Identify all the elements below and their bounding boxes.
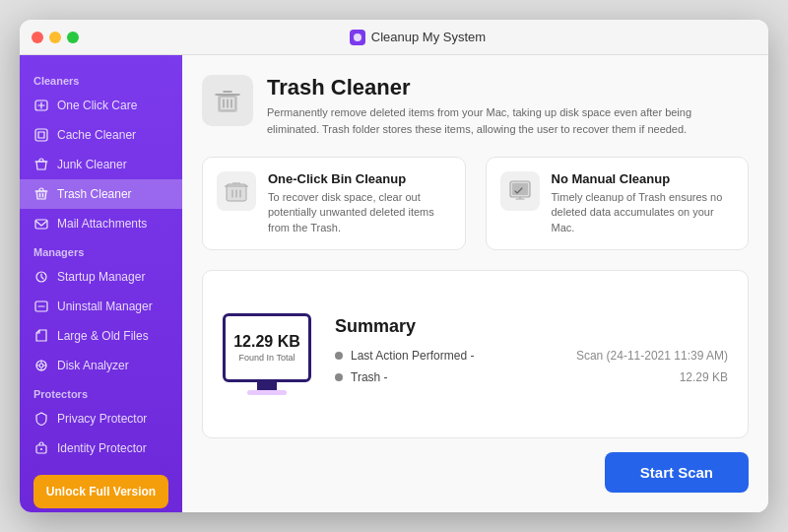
sidebar-item-cache-cleaner[interactable]: Cache Cleaner <box>20 120 182 150</box>
sidebar-item-label: Uninstall Manager <box>57 299 153 313</box>
feature-card-text: No Manual Cleanup Timely cleanup of Tras… <box>552 171 735 235</box>
summary-heading: Summary <box>335 316 728 337</box>
stat-value: 12.29 KB <box>233 333 300 351</box>
sidebar-item-label: One Click Care <box>57 99 137 112</box>
feature-desc: To recover disk space, clear out potenti… <box>268 190 451 235</box>
feature-title: No Manual Cleanup <box>552 171 735 186</box>
summary-row-0: Last Action Performed - Scan (24-11-2021… <box>335 349 728 363</box>
start-scan-button[interactable]: Start Scan <box>605 452 749 493</box>
summary-dot <box>335 373 343 381</box>
app-title-text: Cleanup My System <box>371 30 486 44</box>
sidebar-item-trash-cleaner[interactable]: Trash Cleaner <box>20 179 182 209</box>
sidebar-item-privacy-protector[interactable]: Privacy Protector <box>20 404 182 433</box>
feature-card-one-click: One-Click Bin Cleanup To recover disk sp… <box>202 157 466 250</box>
feature-desc: Timely cleanup of Trash ensures no delet… <box>552 190 735 235</box>
svg-rect-14 <box>512 183 528 195</box>
page-header-text: Trash Cleaner Permanently remove deleted… <box>267 75 740 137</box>
titlebar: Cleanup My System <box>20 20 768 55</box>
monitor-stand <box>257 382 277 390</box>
unlock-button[interactable]: Unlock Full Version <box>33 475 168 508</box>
sidebar-item-label: Startup Manager <box>57 270 145 284</box>
main-layout: Cleaners One Click Care Cache Cleaner <box>20 55 768 512</box>
summary-row-value: Scan (24-11-2021 11:39 AM) <box>576 349 728 363</box>
svg-point-9 <box>40 448 42 450</box>
sidebar-item-identity-protector[interactable]: Identity Protector <box>20 433 182 463</box>
sidebar-item-label: Cache Cleaner <box>57 128 136 142</box>
app-window: Cleanup My System Cleaners One Click Car… <box>20 20 768 512</box>
sidebar-item-label: Disk Analyzer <box>57 359 129 372</box>
titlebar-title: Cleanup My System <box>79 30 756 45</box>
svg-point-0 <box>354 33 361 41</box>
page-header: Trash Cleaner Permanently remove deleted… <box>202 75 749 137</box>
section-label-cleaners: Cleaners <box>20 67 182 91</box>
sidebar-item-disk-analyzer[interactable]: Disk Analyzer <box>20 351 182 380</box>
maximize-button[interactable] <box>67 32 79 43</box>
section-label-protectors: Protectors <box>20 380 182 404</box>
summary-card: 12.29 KB Found In Total Summary Last Act… <box>202 270 749 438</box>
summary-info: Summary Last Action Performed - Scan (24… <box>335 316 728 392</box>
summary-visual: 12.29 KB Found In Total <box>223 313 311 395</box>
page-header-icon <box>202 75 253 126</box>
svg-rect-3 <box>35 220 47 229</box>
feature-card-no-manual: No Manual Cleanup Timely cleanup of Tras… <box>486 157 750 250</box>
page-description: Permanently remove deleted items from yo… <box>267 104 740 137</box>
sidebar-item-uninstall-manager[interactable]: Uninstall Manager <box>20 292 182 321</box>
svg-rect-2 <box>35 129 47 141</box>
page-title: Trash Cleaner <box>267 75 740 100</box>
summary-dot <box>335 352 343 360</box>
app-icon <box>350 30 365 45</box>
sidebar-item-mail-attachments[interactable]: Mail Attachments <box>20 209 182 238</box>
close-button[interactable] <box>32 32 43 43</box>
monitor-base <box>247 390 287 395</box>
summary-row-value: 12.29 KB <box>680 370 728 384</box>
feature-title: One-Click Bin Cleanup <box>268 171 451 186</box>
sidebar-bottom: Unlock Full Version <box>20 463 182 512</box>
sidebar-item-large-old-files[interactable]: Large & Old Files <box>20 321 182 351</box>
sidebar-item-label: Junk Cleaner <box>57 158 127 171</box>
monitor-screen: 12.29 KB Found In Total <box>223 313 311 382</box>
summary-row-label: Last Action Performed - <box>351 349 474 363</box>
summary-row-1: Trash - 12.29 KB <box>335 370 728 384</box>
sidebar-item-label: Identity Protector <box>57 441 147 455</box>
one-click-bin-icon <box>217 171 256 211</box>
summary-row-label: Trash - <box>351 370 388 384</box>
content-area: Trash Cleaner Permanently remove deleted… <box>182 55 768 512</box>
traffic-lights <box>32 32 79 43</box>
sidebar: Cleaners One Click Care Cache Cleaner <box>20 55 182 512</box>
sidebar-item-label: Trash Cleaner <box>57 187 132 201</box>
stat-label: Found In Total <box>239 353 296 363</box>
sidebar-item-label: Large & Old Files <box>57 329 149 343</box>
sidebar-item-junk-cleaner[interactable]: Junk Cleaner <box>20 150 182 179</box>
section-label-managers: Managers <box>20 238 182 262</box>
sidebar-item-one-click-care[interactable]: One Click Care <box>20 91 182 120</box>
sidebar-item-label: Privacy Protector <box>57 412 147 426</box>
content-footer: Start Scan <box>202 452 749 493</box>
feature-card-text: One-Click Bin Cleanup To recover disk sp… <box>268 171 451 235</box>
no-manual-cleanup-icon <box>500 171 540 211</box>
sidebar-item-startup-manager[interactable]: Startup Manager <box>20 262 182 292</box>
svg-point-7 <box>39 364 43 367</box>
sidebar-item-label: Mail Attachments <box>57 217 147 231</box>
minimize-button[interactable] <box>49 32 61 43</box>
feature-row: One-Click Bin Cleanup To recover disk sp… <box>202 157 749 250</box>
